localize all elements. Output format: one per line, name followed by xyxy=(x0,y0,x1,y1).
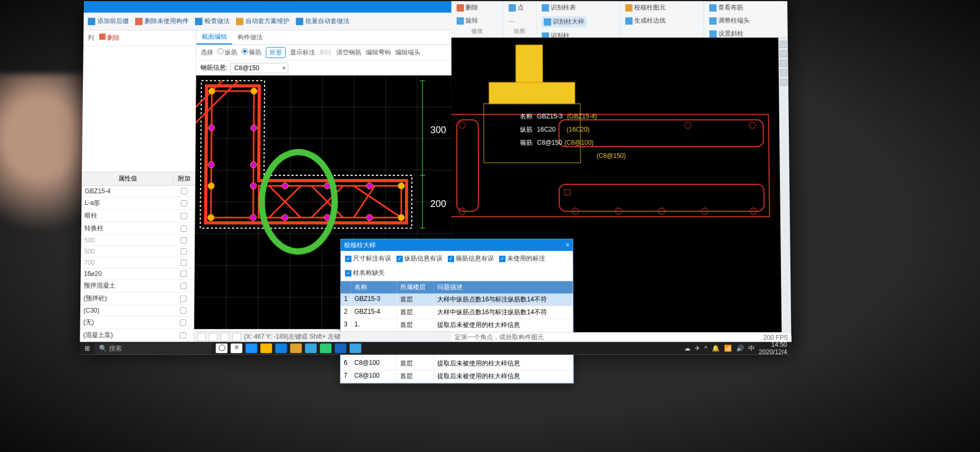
tray-date[interactable]: 2020/12/4 xyxy=(759,349,787,356)
tray-icon[interactable]: ☁ xyxy=(684,345,691,352)
checkbox[interactable] xyxy=(181,213,187,219)
dialog-row[interactable]: 1GBZ15-3首层大样中纵筋点数16与标注纵筋数14不符 xyxy=(341,294,573,306)
property-row[interactable]: (混凝土泵) xyxy=(80,329,193,342)
ribbon-adjust-end[interactable]: 调整柱端头 xyxy=(709,16,750,25)
radio-longitudinal[interactable]: 纵筋 xyxy=(218,48,238,57)
tray-ime[interactable]: 中 xyxy=(748,344,755,353)
tab-section-edit[interactable]: 截面编辑 xyxy=(196,31,232,45)
radio-stirrup[interactable]: 箍筋 xyxy=(241,48,261,57)
taskbar-app[interactable] xyxy=(320,344,332,353)
side-tool[interactable] xyxy=(780,69,787,77)
dialog-row[interactable]: 6C8@100首层提取后未被使用的柱大样信息 xyxy=(341,357,573,370)
ribbon-id-table[interactable]: 识别柱表 xyxy=(542,3,576,12)
property-row[interactable]: (无) xyxy=(80,316,194,329)
checkbox[interactable] xyxy=(181,188,187,194)
tray-time[interactable]: 14:50 xyxy=(759,341,787,348)
dialog-check[interactable]: ✓未使用的标注 xyxy=(499,254,545,263)
dialog-row[interactable]: 31.首层提取后未被使用的柱大样信息 xyxy=(341,319,573,332)
property-row[interactable]: 500 xyxy=(81,246,194,257)
ribbon-point[interactable]: 点 xyxy=(508,3,524,12)
side-tool[interactable] xyxy=(779,50,787,58)
property-row[interactable]: 转换柱 xyxy=(81,222,195,235)
op-show-dim[interactable]: 显示标注 xyxy=(290,48,315,57)
dialog-row[interactable]: 2GBZ15-4首层大样中纵筋点数16与标注纵筋数14不符 xyxy=(341,306,573,319)
checkbox[interactable] xyxy=(180,319,186,326)
taskbar-app[interactable] xyxy=(350,344,361,353)
dialog-check[interactable]: ✓纵筋信息有误 xyxy=(397,254,442,263)
tab-method[interactable]: 构件做法 xyxy=(232,31,268,45)
status-tool[interactable] xyxy=(221,333,229,341)
property-row[interactable]: L-a形 xyxy=(81,197,194,210)
tray-icon[interactable]: ✈ xyxy=(695,345,700,352)
checkbox[interactable] xyxy=(181,259,187,266)
ribbon-set-slant[interactable]: 设置斜柱 xyxy=(709,30,743,39)
ribbon-rotate[interactable]: 旋转 xyxy=(457,16,478,25)
op-clear-rebar[interactable]: 清空钢筋 xyxy=(336,48,362,57)
checkbox[interactable] xyxy=(180,282,186,289)
property-row[interactable]: 预拌混凝土 xyxy=(80,280,194,293)
dialog-row[interactable]: 7C8@100首层提取后未被使用的柱大样信息 xyxy=(341,370,573,383)
checkbox[interactable] xyxy=(181,200,187,206)
taskbar-app[interactable] xyxy=(275,344,287,353)
checkbox[interactable] xyxy=(181,237,187,243)
auto-scheme-button[interactable]: 自动套方案维护 xyxy=(236,17,290,26)
taskbar-app[interactable] xyxy=(290,344,301,353)
taskbar-app[interactable] xyxy=(335,344,346,353)
status-tool[interactable] xyxy=(197,333,206,341)
shape-rect-button[interactable]: 矩形 xyxy=(266,47,286,58)
property-row[interactable]: (预拌砼) xyxy=(80,293,194,305)
property-row[interactable]: 700 xyxy=(81,257,194,268)
side-tool[interactable] xyxy=(779,60,787,67)
tray-icon[interactable]: 📶 xyxy=(724,345,732,352)
left-top-b[interactable]: 删除 xyxy=(99,33,120,42)
edge-icon xyxy=(625,17,633,24)
property-row[interactable]: 500 xyxy=(81,235,194,246)
taskbar-app[interactable] xyxy=(246,344,257,353)
op-delete[interactable]: 删除 xyxy=(319,48,332,57)
checkbox[interactable] xyxy=(181,225,187,232)
ribbon-delete[interactable]: 删除 xyxy=(457,3,478,12)
ribbon: 删除 旋转 修改 点 … 绘图 识别柱表 识别柱大样 识别柱 识别柱 校核柱图元… xyxy=(451,1,788,37)
taskbar-app[interactable]: ◯ xyxy=(216,344,228,353)
tray-icon[interactable]: ^ xyxy=(704,345,708,352)
side-tool[interactable] xyxy=(779,41,787,48)
op-edit-end[interactable]: 编辑端头 xyxy=(395,48,420,57)
checkbox[interactable] xyxy=(180,270,186,277)
property-row[interactable]: (C30) xyxy=(80,305,194,316)
add-prefix-suffix-button[interactable]: 添加前后缀 xyxy=(88,17,129,26)
tray-icon[interactable]: 🔔 xyxy=(711,345,719,352)
ribbon-gen-edge[interactable]: 生成柱边线 xyxy=(625,16,666,25)
op-edit-hook[interactable]: 编辑弯钩 xyxy=(366,48,391,57)
property-row[interactable]: 16⌀20 xyxy=(81,268,194,279)
checkbox[interactable] xyxy=(180,307,186,314)
dialog-check[interactable]: ✓箍筋信息有误 xyxy=(448,254,494,263)
ribbon-more[interactable]: … xyxy=(508,16,515,24)
dialog-check[interactable]: ✓柱名称缺失 xyxy=(345,268,384,277)
taskbar-app[interactable]: ≡ xyxy=(231,344,242,353)
side-tool[interactable] xyxy=(780,79,787,86)
ribbon-view-rebar[interactable]: 查看布筋 xyxy=(709,3,743,12)
taskbar-search[interactable]: 🔍 搜索 xyxy=(95,343,211,354)
status-tool[interactable] xyxy=(209,333,218,341)
batch-auto-button[interactable]: 批量自动套做法 xyxy=(296,17,350,26)
checkbox[interactable] xyxy=(180,295,186,302)
left-panel: 列 删除 属性值 附加 GBZ15-4L-a形暗柱转换柱50050070016⌀… xyxy=(80,31,196,342)
ribbon-verify[interactable]: 校核柱图元 xyxy=(625,3,666,12)
property-row[interactable]: GBZ15-4 xyxy=(82,186,195,197)
dialog-close-button[interactable]: × xyxy=(566,241,570,249)
anno-name: 名称 GBZ15-3 (GBZ15-4) xyxy=(520,111,597,121)
check-method-button[interactable]: 检查做法 xyxy=(195,17,230,26)
delete-unused-button[interactable]: 删除未使用构件 xyxy=(135,17,189,26)
property-row[interactable]: 暗柱 xyxy=(81,210,195,222)
ribbon-id-detail[interactable]: 识别柱大样 xyxy=(542,16,587,27)
rebar-info-combo[interactable]: C8@150 xyxy=(231,62,289,73)
checkbox[interactable] xyxy=(181,248,187,255)
left-top-a[interactable]: 列 xyxy=(88,33,94,42)
checkbox[interactable] xyxy=(180,332,186,338)
taskbar-app[interactable] xyxy=(305,344,317,353)
tray-volume[interactable]: 🔊 xyxy=(736,345,744,352)
status-tool[interactable] xyxy=(232,333,241,341)
taskbar-app[interactable] xyxy=(260,344,272,353)
dialog-check[interactable]: ✓尺寸标注有误 xyxy=(345,254,391,263)
start-button[interactable]: ⊞ xyxy=(80,345,95,352)
